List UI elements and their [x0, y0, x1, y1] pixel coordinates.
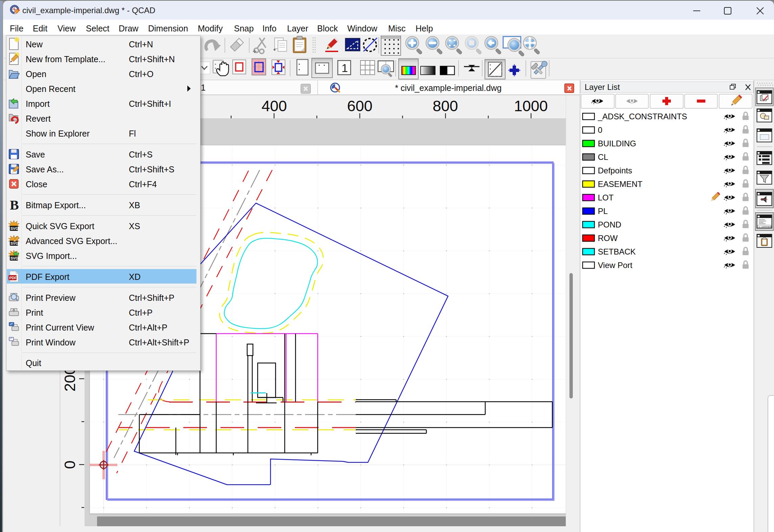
svg-text:SETBACK: SETBACK [598, 247, 636, 256]
svg-text:PDF: PDF [9, 276, 17, 280]
svg-text:PL: PL [598, 207, 608, 216]
svg-text:EASEMENT: EASEMENT [598, 179, 642, 189]
svg-text:CL: CL [598, 152, 608, 162]
svg-text:400: 400 [261, 97, 287, 115]
svg-text:BUILDING: BUILDING [598, 139, 636, 148]
svg-text:600: 600 [347, 97, 372, 115]
svg-text:0: 0 [598, 125, 602, 135]
svg-text:SVG: SVG [10, 241, 18, 245]
svg-text:1: 1 [342, 62, 348, 74]
svg-text:_ADSK_CONSTRAINTS: _ADSK_CONSTRAINTS [597, 112, 687, 121]
svg-text:0: 0 [61, 460, 78, 469]
svg-text:1000: 1000 [514, 97, 548, 115]
svg-text:c: command: c: command [759, 225, 772, 228]
svg-text:View Port: View Port [598, 261, 633, 270]
svg-text:SVG: SVG [10, 256, 18, 260]
svg-text:ROW: ROW [598, 234, 618, 243]
svg-text:POND: POND [598, 220, 621, 229]
svg-text:B: B [10, 197, 19, 213]
svg-text:800: 800 [432, 97, 458, 115]
svg-text:SVG: SVG [10, 226, 18, 231]
svg-text:Defpoints: Defpoints [598, 166, 632, 175]
svg-text:LOT: LOT [598, 193, 614, 202]
